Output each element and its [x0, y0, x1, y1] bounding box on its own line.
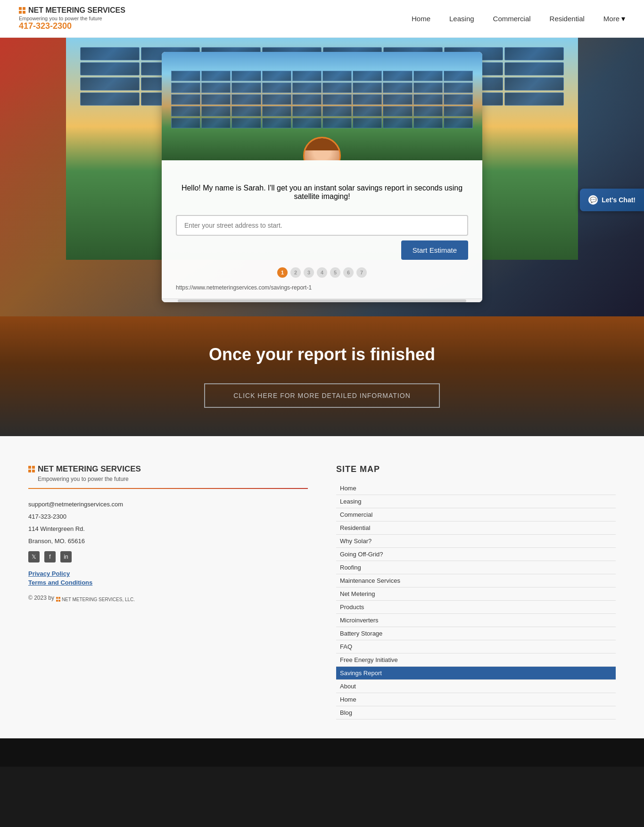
- sitemap-link[interactable]: Home: [336, 482, 616, 495]
- sitemap-link[interactable]: Roofing: [336, 561, 616, 574]
- bottom-bar: [0, 738, 644, 767]
- footer-contact: support@netmeteringservices.com 417-323-…: [28, 498, 308, 547]
- start-estimate-button[interactable]: Start Estimate: [401, 240, 468, 260]
- avatar-hair: [305, 138, 339, 150]
- chat-label: Let's Chat!: [602, 196, 636, 204]
- sitemap-item: Products: [336, 601, 616, 614]
- footer-tagline: Empowering you to power the future: [28, 476, 308, 482]
- scrollbar-thumb: [178, 299, 466, 302]
- chat-button[interactable]: 💬 Let's Chat!: [580, 189, 644, 211]
- sitemap-link[interactable]: Commercial: [336, 508, 616, 521]
- widget-steps: 1 2 3 4 5 6 7: [162, 260, 482, 282]
- step-2[interactable]: 2: [290, 267, 301, 278]
- footer-copyright-logo-icon: NET METERING SERVICES, LLC.: [56, 594, 135, 602]
- sitemap-item: About: [336, 680, 616, 693]
- footer-logo-grid-icon: [28, 466, 35, 472]
- sitemap-link[interactable]: Maintenance Services: [336, 574, 616, 587]
- sitemap-link[interactable]: Home: [336, 693, 616, 706]
- sitemap-item: Home: [336, 693, 616, 706]
- sitemap-link[interactable]: Battery Storage: [336, 627, 616, 640]
- sitemap-item: Free Energy Initiative: [336, 653, 616, 667]
- widget-url: https://www.netmeteringservices.com/savi…: [162, 282, 482, 298]
- sitemap-link[interactable]: Residential: [336, 521, 616, 534]
- sitemap-item: Going Off-Grid?: [336, 548, 616, 561]
- sitemap-item: Why Solar?: [336, 535, 616, 548]
- sitemap-item: FAQ: [336, 640, 616, 653]
- widget-image-area: [162, 52, 482, 160]
- step-4[interactable]: 4: [317, 267, 327, 278]
- nav-home[interactable]: Home: [412, 15, 430, 23]
- report-section: Once your report is finished CLICK HERE …: [0, 316, 644, 436]
- sitemap-link[interactable]: Products: [336, 601, 616, 613]
- footer-left: NET METERING SERVICES Empowering you to …: [28, 464, 308, 719]
- logo-grid-icon: [19, 7, 25, 14]
- sitemap-item: Battery Storage: [336, 627, 616, 640]
- logo-phone[interactable]: 417-323-2300: [19, 21, 125, 31]
- sitemap-link[interactable]: Blog: [336, 706, 616, 719]
- sitemap-title: SITE MAP: [336, 464, 616, 474]
- avatar-face: [305, 138, 339, 160]
- sitemap-link[interactable]: FAQ: [336, 640, 616, 653]
- footer-copyright: © 2023 by NET METERING SERVICES, LLC.: [28, 594, 308, 602]
- sitemap-item: Maintenance Services: [336, 574, 616, 587]
- sitemap-link[interactable]: Microinverters: [336, 614, 616, 627]
- footer-address2: Branson, MO. 65616: [28, 535, 308, 547]
- terms-conditions-link[interactable]: Terms and Conditions: [28, 579, 308, 586]
- chat-icon: 💬: [588, 195, 598, 205]
- logo-area: NET METERING SERVICES Empowering you to …: [19, 6, 125, 31]
- step-3[interactable]: 3: [304, 267, 314, 278]
- footer-phone: 417-323-2300: [28, 511, 308, 523]
- sitemap-item: Commercial: [336, 508, 616, 521]
- sitemap-link[interactable]: Leasing: [336, 495, 616, 508]
- widget-input-area: Start Estimate: [162, 210, 482, 245]
- main-nav: Home Leasing Commercial Residential More…: [412, 14, 625, 23]
- footer-right: SITE MAP HomeLeasingCommercialResidentia…: [336, 464, 616, 719]
- site-footer: NET METERING SERVICES Empowering you to …: [0, 436, 644, 738]
- widget-greeting-text: Hello! My name is Sarah. I'll get you an…: [162, 160, 482, 210]
- address-input[interactable]: [176, 215, 468, 236]
- sitemap-link[interactable]: About: [336, 680, 616, 693]
- logo-tagline: Empowering you to power the future: [19, 16, 125, 21]
- more-info-button[interactable]: CLICK HERE FOR MORE DETAILED INFORMATION: [204, 383, 440, 408]
- sitemap-link[interactable]: Going Off-Grid?: [336, 548, 616, 561]
- chevron-down-icon: ▾: [621, 14, 625, 23]
- facebook-icon[interactable]: f: [44, 551, 56, 562]
- step-5[interactable]: 5: [330, 267, 340, 278]
- step-1[interactable]: 1: [277, 267, 288, 278]
- sitemap-item: Savings Report: [336, 667, 616, 680]
- widget-greeting: Hello! My name is Sarah. I'll get you an…: [182, 184, 462, 200]
- sitemap-item: Net Metering: [336, 587, 616, 601]
- sitemap-item: Roofing: [336, 561, 616, 574]
- nav-more-label[interactable]: More: [603, 15, 619, 23]
- sitemap-list: HomeLeasingCommercialResidentialWhy Sola…: [336, 482, 616, 719]
- sitemap-item: Leasing: [336, 495, 616, 508]
- nav-commercial[interactable]: Commercial: [493, 15, 531, 23]
- solar-panels-overlay: [162, 71, 482, 128]
- sitemap-link[interactable]: Savings Report: [336, 667, 616, 679]
- nav-more[interactable]: More ▾: [603, 14, 625, 23]
- footer-social: 𝕏 f in: [28, 551, 308, 562]
- twitter-icon[interactable]: 𝕏: [28, 551, 40, 562]
- avatar-wrapper: [303, 137, 341, 160]
- nav-leasing[interactable]: Leasing: [449, 15, 474, 23]
- footer-logo-name: NET METERING SERVICES: [28, 464, 308, 474]
- footer-links: Privacy Policy Terms and Conditions: [28, 570, 308, 586]
- sitemap-link[interactable]: Net Metering: [336, 587, 616, 600]
- sitemap-link[interactable]: Why Solar?: [336, 535, 616, 547]
- footer-email[interactable]: support@netmeteringservices.com: [28, 498, 308, 511]
- linkedin-icon[interactable]: in: [60, 551, 72, 562]
- hero-section: Hello! My name is Sarah. I'll get you an…: [0, 38, 644, 316]
- nav-residential[interactable]: Residential: [550, 15, 585, 23]
- savings-widget: Hello! My name is Sarah. I'll get you an…: [162, 52, 482, 302]
- sitemap-item: Blog: [336, 706, 616, 719]
- report-heading: Once your report is finished: [9, 345, 635, 364]
- avatar: [303, 137, 341, 160]
- site-header: NET METERING SERVICES Empowering you to …: [0, 0, 644, 38]
- footer-address1: 114 Wintergreen Rd.: [28, 523, 308, 535]
- step-7[interactable]: 7: [356, 267, 367, 278]
- widget-scrollbar[interactable]: [162, 298, 482, 302]
- sitemap-item: Home: [336, 482, 616, 495]
- privacy-policy-link[interactable]: Privacy Policy: [28, 570, 308, 577]
- step-6[interactable]: 6: [343, 267, 354, 278]
- sitemap-link[interactable]: Free Energy Initiative: [336, 653, 616, 666]
